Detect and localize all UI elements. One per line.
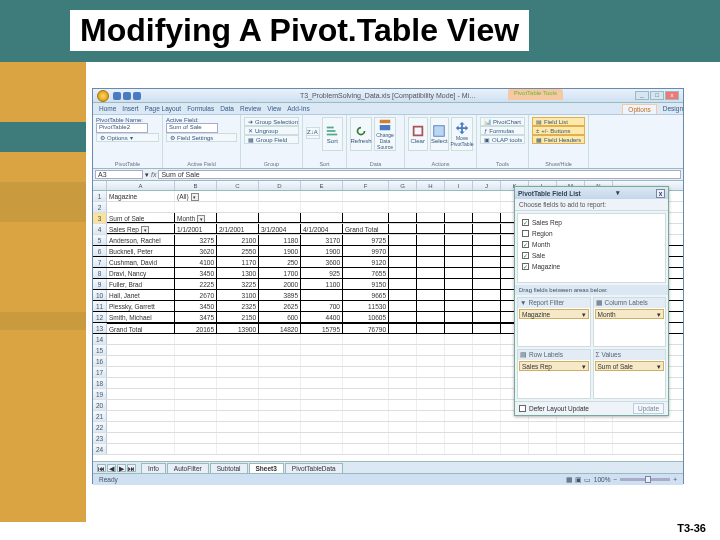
svg-rect-4 (380, 125, 391, 130)
svg-rect-1 (327, 130, 336, 132)
zoom-control[interactable]: ▦ ▣ ▭ 100% −+ (566, 476, 677, 484)
options-button[interactable]: ⚙Options▾ (96, 133, 159, 142)
formula-bar: A3 ▾ fx Sum of Sale (93, 169, 683, 181)
tab-nav-first[interactable]: ⏮ (97, 464, 106, 472)
refresh-button[interactable]: Refresh (350, 117, 372, 151)
area-values[interactable]: ΣValuesSum of Sale▾ (593, 349, 667, 399)
tab-view[interactable]: View (267, 105, 281, 112)
select-button[interactable]: Select (430, 117, 450, 151)
ribbon: PivotTable Name: PivotTable2 ⚙Options▾ P… (93, 115, 683, 169)
group-selection-button[interactable]: ➜Group Selection (244, 117, 299, 126)
move-icon (455, 121, 469, 135)
sheet-tab[interactable]: Sheet3 (249, 463, 284, 473)
sort-icon (325, 124, 339, 138)
datasource-icon (378, 118, 392, 132)
field-settings-button[interactable]: ⚙Field Settings (166, 133, 237, 142)
minimize-button[interactable]: _ (635, 91, 649, 100)
area-report-filter[interactable]: ▼Report FilterMagazine▾ (517, 297, 591, 347)
pivottable-field-list[interactable]: PivotTable Field List▾x Choose fields to… (514, 186, 669, 416)
sheet-tab[interactable]: Info (141, 463, 166, 473)
group-label-show: Show/Hide (529, 161, 588, 167)
formulas-button[interactable]: ƒFormulas (480, 126, 525, 135)
slide-title: Modifying A Pivot.Table View (70, 10, 529, 51)
clear-icon (411, 124, 425, 138)
tab-nav-last[interactable]: ⏭ (127, 464, 136, 472)
defer-update-checkbox[interactable]: Defer Layout Update (519, 403, 589, 414)
tab-pagelayout[interactable]: Page Layout (145, 105, 182, 112)
select-icon (432, 124, 446, 138)
sheet-tab[interactable]: AutoFilter (167, 463, 209, 473)
group-label-group: Group (241, 161, 302, 167)
row-field-dropdown[interactable]: ▾ (141, 226, 149, 234)
area-row-labels[interactable]: ▤Row LabelsSales Rep▾ (517, 349, 591, 399)
svg-rect-2 (327, 134, 338, 136)
svg-rect-3 (380, 120, 391, 124)
name-box[interactable]: A3 (95, 170, 143, 179)
drag-label: Drag fields between areas below: (515, 285, 668, 295)
fx-icon[interactable]: fx (151, 171, 156, 178)
field-headers-toggle[interactable]: ▦Field Headers (532, 135, 585, 144)
worksheet-grid[interactable]: ABCDEFGHIJKLMN 1Magazine(All)▾23Sum of S… (93, 181, 683, 461)
status-bar: Ready ▦ ▣ ▭ 100% −+ (93, 473, 683, 485)
slide-footer: T3-36 (677, 522, 706, 534)
svg-rect-6 (434, 126, 445, 137)
tab-review[interactable]: Review (240, 105, 261, 112)
pt-name-input[interactable]: PivotTable2 (96, 123, 148, 133)
pivottable-tools-tab: PivotTable Tools (508, 89, 563, 100)
tab-home[interactable]: Home (99, 105, 116, 112)
svg-rect-0 (327, 127, 334, 129)
field-checkbox[interactable]: Region (522, 228, 661, 239)
field-list-toggle[interactable]: ▤Field List (532, 117, 585, 126)
field-list-title: PivotTable Field List (518, 190, 581, 197)
pivotchart-button[interactable]: 📊PivotChart (480, 117, 525, 126)
olap-tools-button[interactable]: ▣OLAP tools (480, 135, 525, 144)
tab-options[interactable]: Options (622, 104, 656, 114)
change-data-source-button[interactable]: Change Data Source (374, 117, 396, 151)
group-label-sort: Sort (303, 161, 346, 167)
page-filter-dropdown[interactable]: ▾ (191, 193, 199, 201)
tab-addins[interactable]: Add-Ins (287, 105, 309, 112)
pm-buttons-toggle[interactable]: ±+/- Buttons (532, 126, 585, 135)
quick-access-toolbar[interactable] (113, 92, 141, 100)
sort-za-button[interactable]: Z↓A (306, 127, 320, 136)
active-field-input[interactable]: Sum of Sale (166, 123, 218, 133)
close-button[interactable]: x (665, 91, 679, 100)
refresh-icon (354, 124, 368, 138)
tab-nav-next[interactable]: ▶ (117, 464, 126, 472)
group-field-button[interactable]: ▦Group Field (244, 135, 299, 144)
field-checkbox[interactable]: ✓Sale (522, 250, 661, 261)
update-button[interactable]: Update (633, 403, 664, 414)
status-ready: Ready (99, 476, 118, 483)
titlebar: T3_ProblemSolving_Data.xls [Compatibilit… (93, 89, 683, 103)
ribbon-tabs: Home Insert Page Layout Formulas Data Re… (93, 103, 683, 115)
clear-button[interactable]: Clear (408, 117, 428, 151)
sheet-tab[interactable]: Subtotal (210, 463, 248, 473)
group-label-pivottable: PivotTable (93, 161, 162, 167)
move-pivottable-button[interactable]: Move PivotTable (451, 117, 473, 151)
tab-design[interactable]: Design (663, 105, 683, 112)
field-checkbox[interactable]: ✓Magazine (522, 261, 661, 272)
group-label-active: Active Field (163, 161, 240, 167)
field-list-subtitle: Choose fields to add to report: (515, 199, 668, 211)
area-column-labels[interactable]: ▦Column LabelsMonth▾ (593, 297, 667, 347)
group-label-actions: Actions (405, 161, 476, 167)
office-button[interactable] (97, 90, 109, 102)
group-label-tools: Tools (477, 161, 528, 167)
sheet-tabs: ⏮◀▶⏭ InfoAutoFilterSubtotalSheet3PivotTa… (93, 461, 683, 473)
group-label-data: Data (347, 161, 404, 167)
maximize-button[interactable]: □ (650, 91, 664, 100)
sort-button[interactable]: Sort (322, 117, 343, 151)
field-checkbox[interactable]: ✓Month (522, 239, 661, 250)
column-field-dropdown[interactable]: ▾ (197, 215, 205, 223)
svg-rect-5 (413, 127, 422, 136)
ungroup-button[interactable]: ✕Ungroup (244, 126, 299, 135)
field-list-close[interactable]: x (656, 189, 665, 198)
tab-formulas[interactable]: Formulas (187, 105, 214, 112)
tab-data[interactable]: Data (220, 105, 234, 112)
excel-window: T3_ProblemSolving_Data.xls [Compatibilit… (92, 88, 684, 484)
field-checkbox[interactable]: ✓Sales Rep (522, 217, 661, 228)
tab-insert[interactable]: Insert (122, 105, 138, 112)
sheet-tab[interactable]: PivotTableData (285, 463, 343, 473)
formula-input[interactable]: Sum of Sale (158, 170, 681, 179)
tab-nav-prev[interactable]: ◀ (107, 464, 116, 472)
